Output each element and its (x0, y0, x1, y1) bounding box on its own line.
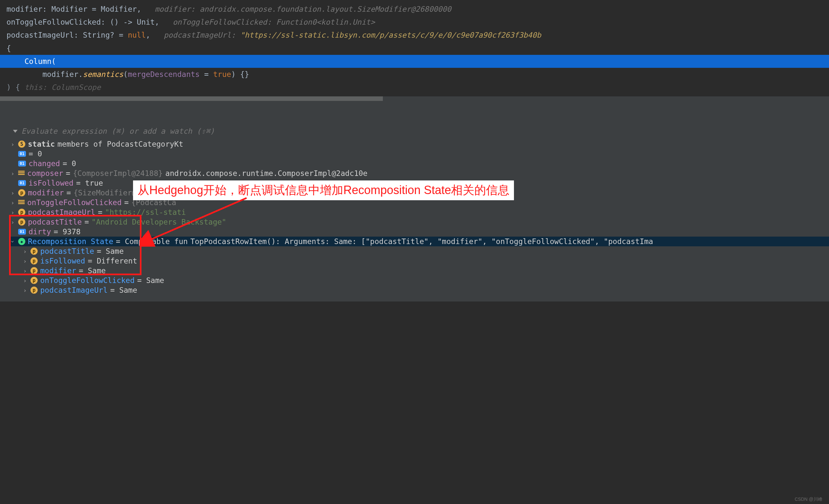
annotation-label: 从Hedgehog开始，断点调试信息中增加Recomposition State… (133, 180, 514, 200)
inlay-hint-value: androidx.compose.foundation.layout.SizeM… (200, 5, 451, 13)
code-editor: modifier: Modifier = Modifier, modifier:… (0, 0, 829, 96)
var-name: dirty (29, 227, 51, 236)
variables-tree[interactable]: › S static members of PodcastCategoryKt … (0, 139, 829, 301)
close: ) { (6, 83, 24, 92)
eq: = Composable fun (116, 237, 188, 246)
horizontal-scrollbar[interactable] (0, 96, 829, 101)
inlay-hint-label: modifier: (155, 5, 195, 13)
property-icon: p (31, 248, 38, 255)
var-value: = Different (87, 257, 137, 265)
scrollbar-thumb[interactable] (0, 96, 383, 101)
watch-placeholder: Evaluate expression (⌘) or add a watch (… (22, 127, 214, 135)
var-name: Recomposition State (28, 237, 113, 246)
var-name: isFollowed (40, 257, 85, 265)
var-value: members of PodcastCategoryKt (58, 140, 183, 148)
compose-icon: ◆ (18, 238, 25, 245)
default: null (128, 31, 146, 39)
panel-divider[interactable] (0, 101, 829, 120)
var-name: isFollowed (29, 179, 73, 187)
collapse-icon[interactable]: › (9, 239, 16, 244)
int-icon: 01 (18, 151, 26, 157)
expand-icon[interactable]: › (10, 141, 15, 148)
named-arg: mergeDescendants (128, 70, 200, 78)
var-value: androidx.compose.runtime.ComposerImpl@2a… (166, 169, 368, 178)
var-name: podcastTitle (40, 247, 94, 255)
code-line: onToggleFollowClicked: () -> Unit, onTog… (0, 15, 829, 29)
var-row-recomposition-state[interactable]: › ◆ Recomposition State = Composable fun… (10, 237, 829, 246)
var-row-composer[interactable]: › composer = {ComposerImpl@24188} androi… (10, 169, 829, 178)
property-icon: p (31, 277, 38, 284)
inlay-hint-value: Function0<kotlin.Unit> (276, 18, 375, 26)
fn-call: Column (24, 57, 51, 66)
var-row-dirty[interactable]: › 01 dirty = 9378 (10, 227, 829, 237)
param-name: onToggleFollowClicked (6, 18, 101, 26)
var-name: podcastTitle (28, 218, 82, 226)
int-icon: 01 (18, 180, 26, 186)
object-icon (18, 200, 25, 205)
property-icon: p (31, 287, 38, 294)
var-name: modifier (28, 188, 64, 197)
watermark: CSDN @川峰 (795, 497, 823, 502)
recomp-child-podcastimageurl[interactable]: › p podcastImageUrl = Same (10, 285, 829, 295)
property-icon: p (18, 209, 25, 216)
type: () -> Unit (110, 18, 155, 26)
recomp-child-modifier[interactable]: › p modifier = Same (10, 266, 829, 276)
var-row-podcasttitle[interactable]: › p podcastTitle = "Android Developers B… (10, 217, 829, 227)
eq: = (67, 188, 71, 197)
expand-icon[interactable]: › (10, 209, 15, 216)
expand-icon[interactable]: › (22, 258, 28, 264)
inlay-hint-label: onToggleFollowClicked: (173, 18, 272, 26)
expand-icon[interactable]: › (10, 199, 15, 206)
expand-icon[interactable]: › (10, 189, 15, 196)
var-value: TopPodcastRowItem(): Arguments: Same: ["… (190, 237, 653, 246)
property-icon: p (18, 218, 25, 225)
recomp-child-isfollowed[interactable]: › p isFollowed = Different (10, 256, 829, 266)
var-name: onToggleFollowClicked (27, 198, 122, 207)
var-row-static[interactable]: › S static members of PodcastCategoryKt (10, 139, 829, 149)
expand-icon[interactable]: › (22, 277, 28, 284)
inlay-hint-value: "https://ssl-static.libsyn.com/p/assets/… (240, 31, 541, 39)
var-value: = Same (137, 276, 164, 285)
recomp-child-podcasttitle[interactable]: › p podcastTitle = Same (10, 246, 829, 256)
recomp-child-ontoggle[interactable]: › p onToggleFollowClicked = Same (10, 276, 829, 285)
expand-icon[interactable]: › (10, 170, 15, 177)
current-execution-line: Column( (0, 55, 829, 68)
var-value: = 0 (63, 159, 76, 168)
var-row-changed[interactable]: › 01 changed = 0 (10, 159, 829, 169)
var-name: composer (27, 169, 63, 178)
expand-icon[interactable]: › (10, 219, 15, 225)
param-name: modifier (6, 5, 42, 13)
var-row[interactable]: › 01 = 0 (10, 149, 829, 159)
var-name: podcastImageUrl (40, 286, 108, 294)
param-name: podcastImageUrl (6, 31, 74, 39)
type: Modifier (51, 5, 87, 13)
var-value: = 9378 (53, 227, 80, 236)
code-line: modifier.semantics(mergeDescendants = tr… (0, 68, 829, 81)
expand-icon[interactable]: › (22, 287, 28, 294)
expand-icon[interactable]: › (22, 248, 28, 255)
eq: = (84, 218, 89, 226)
object-icon (18, 171, 25, 176)
inlay-hint: this: ColumnScope (24, 83, 101, 92)
int-icon: 01 (18, 160, 26, 167)
expand-icon[interactable]: › (22, 267, 28, 274)
var-name: static (28, 140, 55, 148)
code-line: { (0, 42, 829, 55)
brace: { (6, 44, 11, 52)
var-name: podcastImageUrl (28, 208, 96, 216)
default: Modifier (101, 5, 137, 13)
eq: = (66, 169, 70, 178)
eq: = (200, 70, 213, 78)
var-row-podcastimageurl[interactable]: › p podcastImageUrl = "https://ssl-stati (10, 207, 829, 217)
int-icon: 01 (18, 229, 26, 235)
watch-expression-bar[interactable]: Evaluate expression (⌘) or add a watch (… (0, 124, 829, 139)
var-value: = Same (79, 266, 106, 275)
paren: ( (51, 57, 56, 66)
fn-call: semantics (83, 70, 123, 78)
property-icon: p (18, 189, 25, 196)
dropdown-icon[interactable] (13, 130, 17, 133)
inlay-hint-label: podcastImageUrl: (164, 31, 236, 39)
property-icon: p (31, 267, 38, 274)
code-line: modifier: Modifier = Modifier, modifier:… (0, 3, 829, 15)
var-name: modifier (40, 266, 76, 275)
